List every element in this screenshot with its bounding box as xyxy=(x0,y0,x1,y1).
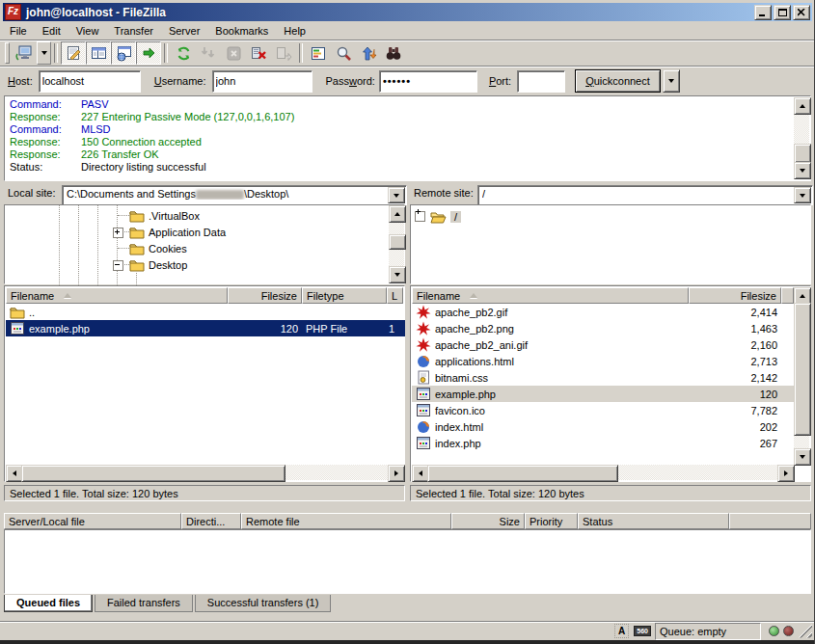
column-header-server-local-file[interactable]: Server/Local file xyxy=(4,513,181,529)
tab-queued-files[interactable]: Queued files xyxy=(4,595,93,612)
maximize-button[interactable] xyxy=(774,5,791,20)
password-input[interactable] xyxy=(379,70,477,93)
remote-list-horizontal-scrollbar[interactable] xyxy=(412,465,795,480)
file-row[interactable]: applications.html 2,713 xyxy=(412,353,795,369)
quickconnect-button[interactable]: Quickconnect xyxy=(575,69,661,93)
column-header-direction[interactable]: Directi... xyxy=(181,513,241,529)
file-search-button[interactable] xyxy=(331,41,356,65)
log-vertical-scrollbar[interactable] xyxy=(794,97,809,179)
scroll-up-button[interactable] xyxy=(794,97,811,115)
toggle-message-log-button[interactable] xyxy=(61,41,86,65)
tree-item-cookies[interactable]: Cookies xyxy=(129,240,187,256)
column-header-filetype[interactable]: Filetype xyxy=(302,287,387,304)
tab-failed-transfers[interactable]: Failed transfers xyxy=(95,595,193,612)
tree-item-root[interactable]: / xyxy=(415,208,461,225)
toggle-local-tree-button[interactable] xyxy=(86,41,111,65)
toggle-remote-tree-button[interactable] xyxy=(111,41,136,65)
column-header-status[interactable]: Status xyxy=(578,513,729,529)
menu-view[interactable]: View xyxy=(68,23,107,39)
file-row[interactable]: bitnami.css 2,142 xyxy=(412,369,795,386)
directory-listing-filters-button[interactable] xyxy=(306,41,331,65)
column-header-filesize[interactable]: Filesize xyxy=(689,287,781,304)
remote-list-vertical-scrollbar[interactable] xyxy=(794,287,809,466)
scroll-down-button[interactable] xyxy=(794,448,811,466)
quickconnect-dropdown-button[interactable] xyxy=(663,69,680,93)
file-row[interactable]: apache_pb2.gif 2,414 xyxy=(412,304,795,320)
scrollbar-thumb[interactable] xyxy=(427,465,618,482)
column-header-priority[interactable]: Priority xyxy=(525,513,578,529)
column-header-filename[interactable]: Filename xyxy=(412,287,689,304)
resize-grip[interactable] xyxy=(799,625,812,638)
file-row[interactable]: favicon.ico 7,782 xyxy=(412,402,795,418)
tree-expander-plus[interactable] xyxy=(113,228,123,238)
remote-list-header: Filename Filesize xyxy=(412,287,794,304)
menu-edit[interactable]: Edit xyxy=(35,23,68,39)
column-header-size[interactable]: Size xyxy=(451,513,525,529)
tree-expander-plus[interactable] xyxy=(415,211,425,222)
username-input[interactable] xyxy=(212,70,312,93)
remote-tree-icon xyxy=(116,45,132,62)
menu-help[interactable]: Help xyxy=(276,23,313,39)
refresh-button[interactable] xyxy=(171,41,196,65)
file-row-parent-dir[interactable]: .. xyxy=(6,304,405,320)
remote-site-combobox[interactable]: / xyxy=(477,185,813,205)
filezilla-icon: Fz xyxy=(5,4,21,20)
cancel-button[interactable] xyxy=(221,41,246,65)
tree-item-desktop[interactable]: Desktop xyxy=(129,256,187,273)
tab-successful-transfers[interactable]: Successful transfers (1) xyxy=(195,595,332,612)
tree-expander-minus[interactable] xyxy=(113,260,123,271)
host-input[interactable] xyxy=(39,70,141,93)
file-row[interactable]: index.html 202 xyxy=(412,418,795,435)
menu-file[interactable]: File xyxy=(2,23,35,39)
combo-dropdown-button[interactable] xyxy=(794,187,811,203)
column-header-remote-file[interactable]: Remote file xyxy=(241,513,451,529)
arrow-left-icon xyxy=(419,470,422,476)
site-manager-dropdown-button[interactable] xyxy=(37,41,51,65)
arrow-left-icon xyxy=(13,470,16,476)
disconnect-button[interactable] xyxy=(246,41,271,65)
column-header-last-modified[interactable]: L xyxy=(387,287,403,304)
stylesheet-file-icon xyxy=(416,370,431,385)
tree-item-application-data[interactable]: Application Data xyxy=(129,224,226,240)
column-header-filesize[interactable]: Filesize xyxy=(228,287,302,304)
site-manager-button[interactable] xyxy=(12,41,37,65)
directory-comparison-button[interactable] xyxy=(381,41,406,65)
file-row[interactable]: index.php 267 xyxy=(412,435,795,451)
close-button[interactable] xyxy=(793,5,810,20)
file-row-selected[interactable]: example.php 120 xyxy=(412,386,795,402)
menu-bar: File Edit View Transfer Server Bookmarks… xyxy=(0,21,815,40)
file-row[interactable]: apache_pb2_ani.gif 2,160 xyxy=(412,336,795,353)
synchronized-browsing-button[interactable] xyxy=(356,41,381,65)
scrollbar-thumb[interactable] xyxy=(794,144,811,163)
local-site-combobox[interactable]: C:\Documents and Settings\Desktop\ xyxy=(62,185,407,205)
menu-server[interactable]: Server xyxy=(161,23,207,39)
speed-limits-icon[interactable]: 560 xyxy=(634,626,651,636)
scroll-right-button[interactable] xyxy=(777,465,795,482)
toggle-transfer-queue-button[interactable] xyxy=(136,41,161,65)
menu-transfer[interactable]: Transfer xyxy=(106,23,161,39)
column-header-filename[interactable]: Filename xyxy=(6,287,228,304)
file-row[interactable]: apache_pb2.png 1,463 xyxy=(412,320,795,336)
title-bar: Fz john@localhost - FileZilla xyxy=(3,3,812,21)
scrollbar-thumb[interactable] xyxy=(389,234,406,250)
process-queue-button[interactable] xyxy=(196,41,221,65)
port-input[interactable] xyxy=(517,70,565,93)
reconnect-button[interactable] xyxy=(271,41,296,65)
combo-dropdown-button[interactable] xyxy=(388,187,405,203)
local-list-horizontal-scrollbar[interactable] xyxy=(6,465,405,480)
scroll-right-button[interactable] xyxy=(388,465,405,482)
window-bottom-edge xyxy=(0,640,815,644)
scrollbar-thumb[interactable] xyxy=(794,303,811,436)
folder-icon xyxy=(10,306,25,319)
scrollbar-thumb[interactable] xyxy=(21,465,285,482)
scroll-up-button[interactable] xyxy=(389,205,406,223)
datatype-indicator-icon[interactable]: A xyxy=(614,624,629,638)
file-row-example-php[interactable]: example.php 120 PHP File 1 xyxy=(6,320,405,336)
scroll-down-button[interactable] xyxy=(389,266,406,283)
minimize-button[interactable] xyxy=(754,5,772,20)
tree-item-virtualbox[interactable]: .VirtualBox xyxy=(129,207,200,224)
scroll-down-button[interactable] xyxy=(794,162,811,179)
local-tree-vertical-scrollbar[interactable] xyxy=(389,205,404,283)
menu-bookmarks[interactable]: Bookmarks xyxy=(207,23,276,39)
remote-status-line: Selected 1 file. Total size: 120 bytes xyxy=(410,485,811,501)
